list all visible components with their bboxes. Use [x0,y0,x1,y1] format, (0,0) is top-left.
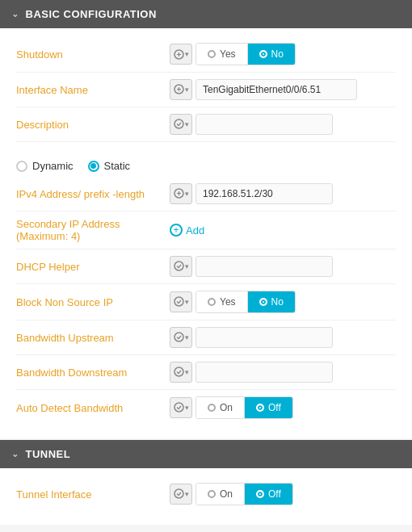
settings-icon [174,49,184,60]
bandwidth-downstream-label: Bandwidth Downstream [16,367,170,379]
description-icon-btn[interactable] [170,114,192,135]
description-control [170,114,396,135]
block-non-source-control: Yes No [170,291,396,313]
shutdown-no-btn[interactable]: No [248,44,295,65]
tunnel-interface-icon-btn[interactable] [170,484,192,505]
ipv4-label: IPv4 Address/ prefix -length [16,188,170,200]
interface-settings-icon [174,84,184,96]
auto-detect-icon [174,402,184,414]
interface-name-control [170,79,396,100]
bandwidth-downstream-row: Bandwidth Downstream [16,355,396,390]
secondary-ip-label: Secondary IP Address (Maximum: 4) [16,218,170,242]
svg-point-6 [174,119,183,128]
svg-point-10 [174,262,183,270]
auto-detect-icon-btn[interactable] [170,397,192,418]
block-non-source-row: Block Non Source IP Yes No [16,284,396,320]
dhcp-helper-row: DHCP Helper [16,249,396,284]
tunnel-interface-control: On Off [170,483,396,505]
shutdown-no-radio [259,50,267,58]
separator [16,142,396,152]
ipv4-settings-icon [174,188,184,200]
dhcp-helper-control [170,256,396,277]
shutdown-yes-btn[interactable]: Yes [196,44,247,65]
svg-point-14 [174,403,183,412]
bandwidth-upstream-input[interactable] [195,327,333,348]
svg-point-11 [174,297,183,306]
ipv4-row: IPv4 Address/ prefix -length [16,177,396,212]
tunnel-interface-row: Tunnel Interface On Off [16,476,396,512]
tunnel-title: TUNNEL [26,448,71,460]
auto-detect-off-radio [256,404,264,412]
bandwidth-downstream-control [170,362,396,383]
dynamic-label: Dynamic [32,160,74,172]
block-non-source-label: Block Non Source IP [16,296,170,308]
tunnel-header: ⌄ TUNNEL [0,440,412,468]
block-toggle-group: Yes No [195,291,296,313]
bandwidth-downstream-input[interactable] [195,362,333,383]
interface-name-input[interactable] [195,79,357,100]
static-label: Static [104,160,131,172]
block-check-icon [174,296,184,308]
tunnel-off-radio [256,490,264,498]
shutdown-control: Yes No [170,43,396,65]
check-icon [174,119,184,131]
description-row: Description [16,107,396,142]
basic-config-header: ⌄ BASIC CONFIGURATION [0,0,412,28]
static-radio-outer [88,161,99,172]
auto-detect-label: Auto Detect Bandwidth [16,402,170,414]
description-input[interactable] [195,114,333,135]
chevron-icon[interactable]: ⌄ [11,9,19,19]
block-yes-btn[interactable]: Yes [196,291,247,312]
auto-detect-on-radio [208,404,216,412]
interface-icon-btn[interactable] [170,79,192,100]
ipv4-control [170,183,396,204]
ipv4-icon-btn[interactable] [170,183,192,204]
auto-detect-off-btn[interactable]: Off [245,397,292,418]
tunnel-body: Tunnel Interface On Off [0,468,412,525]
interface-name-label: Interface Name [16,84,170,96]
dhcp-icon-btn[interactable] [170,256,192,277]
bandwidth-downstream-icon [174,367,184,379]
tunnel-on-btn[interactable]: On [196,484,244,505]
block-no-btn[interactable]: No [248,291,295,312]
auto-detect-control: On Off [170,396,396,419]
block-yes-radio [208,298,216,306]
bandwidth-upstream-label: Bandwidth Upstream [16,332,170,344]
add-label: Add [186,224,204,237]
bandwidth-downstream-icon-btn[interactable] [170,362,192,383]
shutdown-yes-radio [208,50,216,58]
shutdown-toggle-group: Yes No [195,43,296,65]
bandwidth-upstream-row: Bandwidth Upstream [16,320,396,355]
dhcp-helper-input[interactable] [195,256,333,277]
svg-point-15 [174,489,183,498]
dynamic-option[interactable]: Dynamic [16,160,74,172]
basic-config-body: Shutdown Yes No [0,28,412,438]
tunnel-interface-toggle-group: On Off [195,483,293,505]
ipv4-input[interactable] [195,183,333,204]
shutdown-icon-btn[interactable] [170,44,192,65]
add-icon: + [170,224,183,237]
svg-point-13 [174,367,183,376]
auto-detect-toggle-group: On Off [195,396,293,419]
shutdown-label: Shutdown [16,48,170,61]
static-radio-inner [90,163,96,169]
block-icon-btn[interactable] [170,291,192,312]
ip-type-row: Dynamic Static [16,152,396,177]
tunnel-on-radio [208,490,216,498]
block-no-radio [259,298,267,306]
auto-detect-bandwidth-row: Auto Detect Bandwidth On Off [16,390,396,425]
dhcp-helper-label: DHCP Helper [16,261,170,273]
auto-detect-on-btn[interactable]: On [196,397,244,418]
svg-point-12 [174,333,183,341]
add-secondary-ip-link[interactable]: + Add [170,224,204,237]
shutdown-row: Shutdown Yes No [16,36,396,73]
tunnel-chevron-icon[interactable]: ⌄ [11,449,19,459]
description-label: Description [16,119,170,131]
secondary-ip-control: + Add [170,224,396,237]
dhcp-check-icon [174,261,184,273]
tunnel-interface-icon [174,488,184,501]
tunnel-off-btn[interactable]: Off [245,484,292,505]
static-option[interactable]: Static [88,160,131,172]
bandwidth-upstream-icon-btn[interactable] [170,327,192,348]
basic-config-title: BASIC CONFIGURATION [26,8,157,20]
